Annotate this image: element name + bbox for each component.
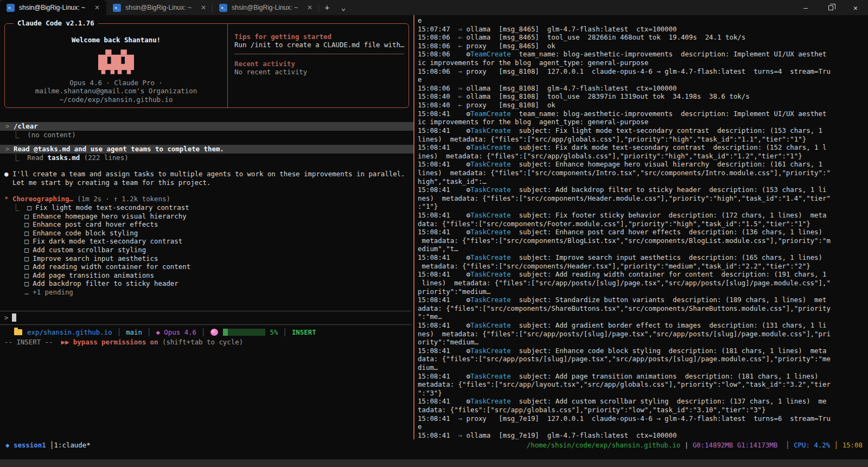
tab-title: shsin@BigRig-Linux: ~: [19, 4, 88, 11]
context-usage-fill: [223, 329, 228, 336]
log-line: 15:07:47 ⇒ ollama [msg_8465] glm-4.7-fla…: [418, 25, 868, 34]
gear-icon: ⚙: [467, 321, 470, 329]
new-tab-button[interactable]: +: [319, 0, 335, 15]
prompt-input[interactable]: >: [0, 311, 413, 324]
log-pane[interactable]: e15:07:47 ⇒ ollama [msg_8465] glm-4.7-fl…: [414, 15, 868, 439]
todo-item: □ Enhance code block styling: [4, 229, 413, 238]
assistant-message-line1: ● I'll create a team and assign tasks to…: [4, 170, 413, 178]
restore-button[interactable]: [818, 0, 843, 15]
claude-statusline: exp/shansin.github.io │ main │ ◆ Opus 4.…: [0, 325, 413, 337]
recent-activity-heading: Recent activity: [234, 60, 404, 68]
gpu-memory: G0:14892MB G1:14173MB: [693, 441, 778, 449]
elbow-icon: ⎿: [4, 203, 27, 212]
prompt-chevron-icon: >: [5, 145, 14, 153]
tab-close-icon[interactable]: ✕: [305, 4, 315, 11]
log-line: 15:08:06 ⚙TeamCreate team_name: blog-aes…: [418, 50, 868, 59]
permissions-hint: (shift+tab to cycle): [162, 338, 243, 346]
log-line: 15:08:41 ⚙TaskCreate subject: Add readin…: [418, 270, 868, 279]
todo-indent: [4, 246, 24, 254]
recent-activity-line: No recent activity: [234, 68, 404, 76]
claude-code-pane[interactable]: Claude Code v2.1.76 Welcome back Shantan…: [0, 15, 413, 439]
log-line: 15:08:06 ⇐ ollama [msg_8465] tool_use 28…: [418, 33, 868, 42]
minimize-button[interactable]: —: [793, 0, 818, 15]
cpu-usage: CPU: 4.2%: [794, 441, 830, 449]
tool-call-name: TaskCreate: [470, 228, 511, 236]
gear-icon: ⚙: [467, 228, 470, 236]
todo-item: □ Add page transition animations: [4, 271, 413, 280]
log-line: dium…: [418, 363, 868, 372]
spinner-meta: (1m 2s · ↑ 1.2k tokens): [77, 195, 170, 203]
log-line: nes) metadata: {"files":["src/app/posts/…: [418, 330, 868, 338]
checkbox-icon: □: [24, 263, 33, 271]
vim-mode-line: -- INSERT -- ▶▶ bypass permissions on (s…: [0, 337, 413, 347]
todo-indent: [4, 212, 24, 220]
close-button[interactable]: ✕: [843, 0, 868, 15]
bullet-icon: ●: [4, 170, 8, 178]
terminal-tab[interactable]: >_shsin@BigRig-Linux: ~✕: [0, 0, 106, 15]
gear-icon: ⚙: [467, 347, 470, 355]
todo-indent: [4, 271, 24, 279]
log-line: ic improvements for the blog agent_type:…: [418, 118, 868, 126]
separator: |: [685, 441, 688, 449]
repo-name: exp/shansin.github.io: [27, 328, 112, 336]
git-branch: main: [126, 328, 142, 336]
gear-icon: ⚙: [467, 126, 470, 135]
todo-indent: [4, 254, 24, 263]
tab-close-icon[interactable]: ✕: [199, 4, 208, 11]
tmux-window-name[interactable]: 1:claude*: [54, 441, 91, 449]
terminal-padding: [0, 450, 868, 459]
log-line: 15:08:06 ← proxy [msg_8465] ok: [418, 42, 868, 50]
claude-box-title: Claude Code v2.1.76: [14, 19, 98, 27]
separator: │: [201, 328, 205, 336]
tool-call-name: TaskCreate: [470, 253, 511, 261]
todo-indent: [4, 237, 24, 245]
log-line: 15:08:41 ⚙TaskCreate subject: Standardiz…: [418, 296, 868, 304]
log-line: ines) metadata: {"files":["src/app/globa…: [418, 152, 868, 161]
log-line: metadata: {"files":["src/components/Head…: [418, 262, 868, 271]
spinner-status-line: * Choreographing… (1m 2s · ↑ 1.2k tokens…: [4, 195, 413, 203]
log-line: lines) metadata: {"files":["src/app/post…: [418, 279, 868, 287]
todo-label: Enhance homepage hero visual hierarchy: [33, 212, 186, 220]
gear-icon: ⚙: [467, 185, 470, 194]
editor-mode-badge: INSERT: [292, 328, 316, 336]
checkbox-icon: □: [24, 271, 33, 279]
prompt-chevron-icon: >: [4, 314, 8, 322]
log-line: 15:08:41 ⚙TaskCreate subject: Add custom…: [418, 397, 868, 406]
model-badge: ◆ Opus 4.6: [156, 328, 196, 336]
todo-more-pending: … +1 pending: [4, 288, 413, 297]
tab-dropdown-button[interactable]: ⌄: [335, 0, 352, 15]
gear-icon: ⚙: [467, 296, 470, 304]
todo-label: Add custom scrollbar styling: [33, 246, 146, 254]
terminal-tab[interactable]: >_shsin@BigRig-Linux: ~✕: [106, 0, 213, 15]
checkbox-icon: □: [24, 220, 33, 228]
log-line: e: [418, 423, 868, 431]
checkbox-icon: □: [24, 237, 33, 245]
separator: │: [786, 441, 789, 449]
log-line: 15:08:41 ⇒ ollama [msg_7e19] glm-4.7-fla…: [418, 431, 868, 439]
tab-close-icon[interactable]: ✕: [92, 4, 102, 11]
todo-indent: [4, 220, 24, 228]
todo-item: □ Add custom scrollbar styling: [4, 246, 413, 254]
brain-icon: [210, 329, 218, 336]
organization-line: mailme.shantanu@gmail.com's Organization: [5, 87, 227, 95]
gear-icon: ⚙: [467, 110, 470, 118]
todo-item: □ Fix dark mode text-secondary contrast: [4, 237, 413, 246]
window-controls: — ✕: [793, 0, 868, 15]
todo-label: Enhance code block styling: [33, 229, 138, 237]
tool-call-name: TeamCreate: [470, 110, 511, 118]
claude-welcome-box: Claude Code v2.1.76 Welcome back Shantan…: [4, 23, 409, 108]
todo-item: □ Improve search input aesthetics: [4, 254, 413, 263]
todo-indent: [4, 263, 24, 271]
folder-icon: [14, 329, 22, 335]
terminal-icon: >_: [113, 4, 121, 12]
terminal-icon: >_: [219, 4, 227, 12]
tool-call-name: TaskCreate: [470, 211, 511, 219]
todo-label: Add backdrop filter to sticky header: [33, 279, 178, 287]
log-line: data: {"files":["src/components/Footer.m…: [418, 220, 868, 228]
terminal-tab[interactable]: >_shsin@BigRig-Linux: ~✕: [213, 0, 319, 15]
transcript: > /clear ⎿ (no content) > Read @tasks.md…: [0, 108, 413, 311]
tool-call-name: TeamCreate: [470, 50, 511, 58]
text-cursor: [12, 314, 16, 322]
separator: │: [283, 328, 286, 336]
gear-icon: ⚙: [467, 372, 470, 380]
